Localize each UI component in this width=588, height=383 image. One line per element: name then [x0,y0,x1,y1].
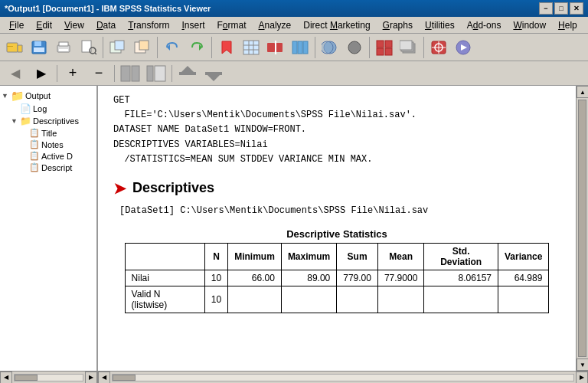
toolbar-separator-3 [211,37,212,58]
svg-rect-8 [59,49,68,51]
window-controls: − □ ✕ [539,2,583,15]
bookmark-button[interactable] [215,37,238,58]
menu-transform[interactable]: Transform [122,18,175,32]
svg-rect-7 [59,42,68,46]
table-button[interactable] [240,37,263,58]
toolbar-separator-2 [157,37,158,58]
collapse-button[interactable]: − [87,64,111,83]
row-nilai-min: 66.00 [228,270,282,286]
scroll-down-button[interactable]: ▼ [577,358,588,371]
title-label: Title [41,129,57,138]
svg-marker-53 [207,75,220,81]
h-scroll-left[interactable]: ◀ ▶ [0,372,98,383]
row-nilai-n: 10 [204,270,227,286]
tree-item-descriptives[interactable]: ▼ 📁 Descriptives [0,115,96,127]
menu-format[interactable]: Format [211,18,253,32]
tree-item-active-dataset[interactable]: 📋 Active D [0,150,96,162]
menu-bar: File Edit View Data Transform Insert For… [0,17,588,34]
syntax-line-2: FILE='C:\Users\Mentik\Documents\SPSS Fil… [113,108,560,123]
minimize-button[interactable]: − [539,2,553,15]
menu-insert[interactable]: Insert [175,18,211,32]
layers-button[interactable] [397,37,420,58]
export2-button[interactable] [131,37,154,58]
tree-item-title[interactable]: 📋 Title [0,127,96,139]
content-panel: GET FILE='C:\Users\Mentik\Documents\SPSS… [98,86,576,371]
menu-utilities[interactable]: Utilities [419,18,461,32]
nav-separator-3 [172,65,172,82]
menu-addons[interactable]: Add-ons [461,18,508,32]
scroll-up-button[interactable]: ▲ [577,86,588,98]
run-button[interactable] [452,37,475,58]
demote-button[interactable] [201,64,226,83]
menu-data[interactable]: Data [90,18,122,32]
tree-item-descript[interactable]: 📋 Descript [0,162,96,173]
section-title-text: Descriptives [132,180,214,196]
syntax-line-4: DESCRIPTIVES VARIABLES=Nilai [113,138,560,152]
back-button[interactable]: ◀ [3,64,28,83]
show-all-button[interactable] [118,64,142,83]
h-scroll-right-right-btn[interactable]: ▶ [576,372,588,384]
menu-graphs[interactable]: Graphs [377,18,419,32]
circle1-button[interactable] [318,37,341,58]
svg-rect-13 [115,41,124,50]
svg-line-11 [95,53,96,54]
arrow-button[interactable] [264,37,287,58]
svg-point-31 [322,41,333,54]
tree-item-output[interactable]: ▼ 📁 Output [0,89,96,103]
undo-button[interactable] [161,37,184,58]
vertical-scrollbar[interactable]: ▲ ▼ [576,86,588,371]
h-scroll-left-thumb[interactable] [15,375,38,381]
col-header-max: Maximum [281,243,336,270]
tree-item-notes[interactable]: 📋 Notes [0,139,96,150]
h-scroll-right-left-btn[interactable]: ◀ [98,372,110,384]
redo-button[interactable] [185,37,208,58]
forward-button[interactable]: ▶ [29,64,54,83]
promote-button[interactable] [175,64,200,83]
descriptives-label: Descriptives [33,116,79,126]
descript-label: Descript [41,163,72,172]
menu-window[interactable]: Window [507,18,552,32]
scroll-thumb[interactable] [578,100,586,357]
h-scroll-right-track[interactable] [112,374,574,381]
row-nilai-variance: 64.989 [498,270,549,286]
export-button[interactable] [106,37,129,58]
h-scroll-left-btn[interactable]: ◀ [0,372,12,384]
grid-button[interactable] [373,37,396,58]
content-inner: GET FILE='C:\Users\Mentik\Documents\SPSS… [98,86,576,344]
preview-button[interactable] [77,37,100,58]
row-nilai-label: Nilai [125,270,204,286]
descriptives-expand: ▼ [11,117,20,125]
menu-help[interactable]: Help [552,18,583,32]
svg-rect-47 [132,66,139,81]
save-button[interactable] [28,37,51,58]
h-scroll-left-right-btn[interactable]: ▶ [85,372,97,384]
syntax-line-5: /STATISTICS=MEAN SUM STDDEV VARIANCE MIN… [113,152,560,167]
nav-separator-1 [57,65,57,82]
menu-analyze[interactable]: Analyze [253,18,298,32]
svg-rect-39 [400,41,412,50]
outline-panel: ▼ 📁 Output 📄 Log ▼ 📁 Descriptives 📋 Titl… [0,86,98,371]
h-scroll-right[interactable]: ◀ ▶ [98,372,588,383]
tree-item-log[interactable]: 📄 Log [0,103,96,115]
h-scroll-right-thumb[interactable] [113,375,136,381]
print-button[interactable] [52,37,75,58]
h-scroll-left-track[interactable] [14,374,83,381]
show-selected-button[interactable] [144,64,168,83]
row-validn-variance [498,286,549,313]
menu-file[interactable]: File [3,18,30,32]
circle2-button[interactable] [343,37,366,58]
descriptives-folder-icon: 📁 [20,116,31,126]
row-validn-stddev [424,286,498,313]
expand-button[interactable]: + [60,64,85,83]
row-validn-sum [337,286,378,313]
row-validn-n: 10 [204,286,227,313]
map-button[interactable] [427,37,450,58]
col-header-stddev: Std. Deviation [424,243,498,270]
maximize-button[interactable]: □ [554,2,568,15]
menu-view[interactable]: View [58,18,90,32]
columns-button[interactable] [289,37,312,58]
menu-direct-marketing[interactable]: Direct Marketing [297,18,376,32]
open-button[interactable] [3,37,26,58]
menu-edit[interactable]: Edit [30,18,58,32]
close-button[interactable]: ✕ [570,2,583,15]
